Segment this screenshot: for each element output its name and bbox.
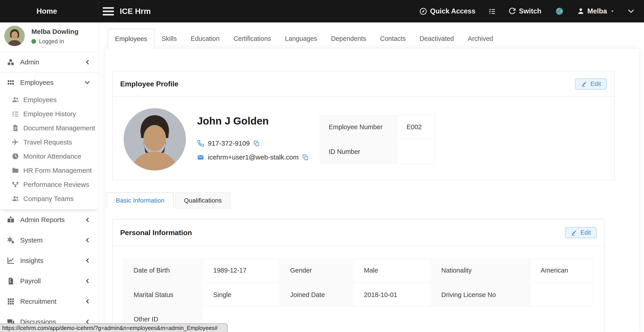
personal-information-edit-button[interactable]: Edit xyxy=(565,227,597,238)
tab-education[interactable]: Education xyxy=(184,29,226,49)
tab-languages[interactable]: Languages xyxy=(278,29,324,49)
quick-access-button[interactable]: Quick Access xyxy=(419,7,476,15)
field-value: Single xyxy=(203,283,279,306)
switch-button[interactable]: Switch xyxy=(508,7,541,15)
compass-icon xyxy=(419,8,427,15)
tab-dependents[interactable]: Dependents xyxy=(324,29,373,49)
field-label: Gender xyxy=(280,259,353,282)
switch-icon xyxy=(508,8,516,15)
icehrm-app: Home ICE Hrm Quick Access Switch Melba xyxy=(0,0,644,332)
field-label: Employee Number xyxy=(320,115,396,139)
sidebar-subitem-monitor-attendance[interactable]: Monitor Attendance xyxy=(0,149,99,163)
tab-archived[interactable]: Archived xyxy=(461,29,500,49)
sidebar-user-name: Melba Dowling xyxy=(32,28,78,36)
copy-icon[interactable] xyxy=(254,140,260,146)
personal-information-card: Personal Information Edit Date of Birth … xyxy=(112,219,605,332)
mail-icon xyxy=(197,154,204,161)
phone-icon xyxy=(197,140,204,147)
sidebar-subitem-travel-requests[interactable]: Travel Requests xyxy=(0,135,99,149)
chevron-down-icon[interactable] xyxy=(627,7,635,15)
chevron-left-icon xyxy=(84,237,90,243)
pencil-icon xyxy=(571,230,577,236)
table-row: Employee Number E002 xyxy=(320,115,435,139)
sidebar-subitem-company-teams[interactable]: Company Teams xyxy=(0,192,99,206)
field-value xyxy=(203,307,593,331)
sidebar-group-employees-expanded: Employees Employees Employee History Doc… xyxy=(0,72,99,209)
tasks-icon[interactable] xyxy=(488,8,496,15)
employee-profile-edit-button[interactable]: Edit xyxy=(575,79,607,90)
tab-certifications[interactable]: Certifications xyxy=(226,29,278,49)
subtab-basic-information[interactable]: Basic Information xyxy=(106,192,174,208)
chevron-left-icon xyxy=(84,298,90,304)
sidebar-item-insights[interactable]: Insights xyxy=(0,250,99,271)
top-bar: Home ICE Hrm Quick Access Switch Melba xyxy=(0,0,644,23)
user-icon xyxy=(577,8,584,15)
profile-subtabs: Basic Information Qualifications xyxy=(106,192,230,209)
chevron-left-icon xyxy=(84,257,90,264)
sidebar-item-employees-group[interactable]: Employees xyxy=(0,73,99,93)
plane-icon xyxy=(12,138,19,146)
field-value xyxy=(397,140,435,164)
sidebar-subitem-document-management[interactable]: Document Management xyxy=(0,121,99,135)
employee-name: John J Golden xyxy=(197,115,269,127)
main-content: Employees Skills Education Certification… xyxy=(99,23,644,332)
sidebar-subitem-performance-reviews[interactable]: Performance Reviews xyxy=(0,177,99,192)
subtab-qualifications[interactable]: Qualifications xyxy=(175,192,230,209)
personal-information-table: Date of Birth 1989-12-17 Gender Male Nat… xyxy=(122,257,594,332)
sidebar-item-admin-reports[interactable]: Admin Reports xyxy=(0,209,99,230)
field-value: Male xyxy=(354,259,430,282)
table-row: Marital Status Single Joined Date 2018-1… xyxy=(124,283,593,306)
caret-down-icon xyxy=(610,9,615,14)
globe-icon[interactable] xyxy=(555,7,564,16)
sidebar-subitem-employees[interactable]: Employees xyxy=(0,93,99,107)
sidebar-subitem-hr-form-management[interactable]: HR Form Management xyxy=(0,163,99,177)
document-icon xyxy=(12,124,19,132)
employee-email[interactable]: icehrm+user1@web-stalk.com xyxy=(208,153,299,161)
personal-information-title: Personal Information xyxy=(120,229,192,237)
chevron-down-icon xyxy=(84,79,90,86)
tab-contacts[interactable]: Contacts xyxy=(373,29,412,49)
payroll-file-icon xyxy=(7,277,15,285)
field-label: Joined Date xyxy=(280,283,353,306)
sidebar-profile: Melba Dowling Logged In xyxy=(0,23,99,52)
employee-photo xyxy=(124,108,186,170)
field-label: Marital Status xyxy=(124,283,202,306)
brand-title[interactable]: ICE Hrm xyxy=(120,0,151,23)
user-menu[interactable]: Melba xyxy=(577,7,615,15)
employee-id-table: Employee Number E002 ID Number xyxy=(319,114,436,164)
chevron-left-icon xyxy=(84,278,90,284)
sidebar-item-payroll[interactable]: Payroll xyxy=(0,271,99,291)
browser-status-bar: https://icehrm.com/app/demo-icehrm/?g=ad… xyxy=(0,323,228,332)
employee-profile-card: Employee Profile Edit John J Golden 917-… xyxy=(112,71,615,180)
report-reader-icon xyxy=(7,216,15,224)
field-label: Driving License No xyxy=(431,283,530,306)
grid9-icon xyxy=(7,297,15,305)
field-label: Nationality xyxy=(431,259,530,282)
hamburger-menu-icon[interactable] xyxy=(103,6,114,17)
tab-deactivated[interactable]: Deactivated xyxy=(412,29,461,49)
grid-icon xyxy=(7,79,15,87)
field-value: E002 xyxy=(397,115,435,139)
chart-line-icon xyxy=(7,257,15,265)
home-link[interactable]: Home xyxy=(36,0,57,23)
sidebar-item-admin[interactable]: Admin xyxy=(0,52,99,72)
module-tabs: Employees Skills Education Certification… xyxy=(108,29,500,49)
employee-phone-row: 917-372-9109 xyxy=(197,140,260,147)
chevron-left-icon xyxy=(84,59,90,65)
tab-skills[interactable]: Skills xyxy=(154,29,184,49)
sidebar-item-recruitment[interactable]: Recruitment xyxy=(0,291,99,311)
field-label: Date of Birth xyxy=(124,259,202,282)
employee-profile-title: Employee Profile xyxy=(120,80,178,88)
tab-employees[interactable]: Employees xyxy=(108,29,154,49)
sidebar-item-system[interactable]: System xyxy=(0,230,99,250)
employee-phone[interactable]: 917-372-9109 xyxy=(208,140,250,147)
team-icon xyxy=(12,195,19,202)
cubes-icon xyxy=(7,58,15,66)
tab-panel: Employee Profile Edit John J Golden 917-… xyxy=(106,48,639,332)
copy-icon[interactable] xyxy=(302,154,308,160)
clock-icon xyxy=(12,153,19,160)
folder-icon xyxy=(12,167,19,174)
sidebar-subitem-employee-history[interactable]: Employee History xyxy=(0,107,99,121)
employee-email-row: icehrm+user1@web-stalk.com xyxy=(197,153,308,161)
field-value: American xyxy=(530,259,593,282)
